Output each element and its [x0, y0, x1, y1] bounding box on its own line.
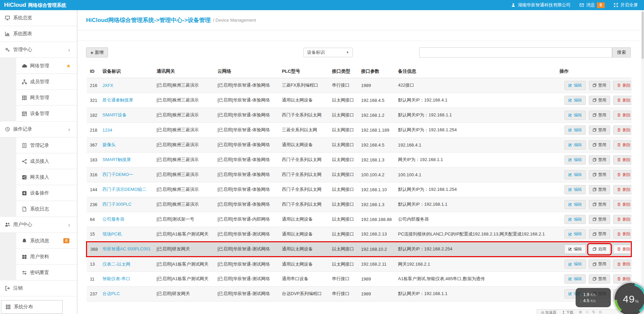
- edit-button[interactable]: 编辑: [564, 96, 586, 105]
- edit-button[interactable]: 编辑: [564, 215, 586, 224]
- fullscreen-toggle[interactable]: 开启全屏: [614, 2, 638, 8]
- edit-button[interactable]: 编辑: [564, 170, 586, 179]
- device-name-link[interactable]: JXFX: [103, 83, 113, 88]
- add-device-button[interactable]: + 新增: [86, 47, 108, 58]
- disable-button[interactable]: 禁用: [589, 126, 610, 135]
- edit-button[interactable]: 编辑: [564, 185, 586, 194]
- interface-type-cell: 以太网接口: [332, 93, 361, 108]
- disable-button[interactable]: 禁用: [589, 170, 610, 179]
- sidebar-item-logout[interactable]: 注销: [0, 281, 77, 296]
- device-name-link[interactable]: 昆仑通泰触摸屏: [103, 97, 133, 103]
- delete-button[interactable]: 删除: [613, 96, 631, 105]
- sidebar-item-system-overview[interactable]: 系统总览: [0, 10, 77, 26]
- device-name-link[interactable]: 仪表二-以太网: [103, 262, 130, 267]
- device-name-link[interactable]: 华辰智通AC 500PLC001: [103, 246, 151, 251]
- device-name-link[interactable]: 西门子DEMO一: [103, 172, 133, 177]
- device-name-link[interactable]: 台达PLC: [103, 291, 120, 296]
- disable-button[interactable]: 禁用: [589, 140, 610, 150]
- edit-button[interactable]: 编辑: [564, 229, 586, 239]
- download-item[interactable]: ↥ 下载: [562, 310, 574, 314]
- sidebar-item-device-mgmt[interactable]: 设备管理: [0, 106, 77, 121]
- sidebar-item-admin-records[interactable]: 管理记录: [0, 137, 77, 153]
- accelerator-item[interactable]: ◎ 加速器: [541, 310, 557, 314]
- remark-cell: 默认网关IP为：192.168.1.254: [398, 182, 560, 197]
- scrollbar-thumb[interactable]: [642, 12, 644, 59]
- enable-button[interactable]: 启用: [589, 245, 610, 254]
- company-account[interactable]: 湖南华辰智通科技有限公司: [511, 2, 571, 8]
- edit-button[interactable]: 编辑: [564, 245, 586, 254]
- sidebar-item-user-profile[interactable]: 用户资料: [0, 249, 77, 265]
- edit-button[interactable]: 编辑: [564, 155, 586, 164]
- delete-button[interactable]: 删除: [613, 111, 631, 120]
- delete-button[interactable]: 删除: [613, 245, 631, 254]
- disable-button[interactable]: 禁用: [589, 81, 610, 90]
- device-name-link[interactable]: 西门子演示DEMO箱二: [103, 187, 147, 192]
- delete-button[interactable]: 删除: [613, 126, 631, 135]
- disable-button[interactable]: 禁用: [589, 274, 610, 284]
- disable-button[interactable]: 禁用: [589, 155, 610, 164]
- edit-button[interactable]: 编辑: [564, 81, 586, 90]
- sidebar-item-system-messages[interactable]: 系统消息0: [0, 233, 77, 249]
- search-button[interactable]: 搜索: [612, 47, 631, 58]
- device-name-link[interactable]: 现场PC机: [103, 231, 122, 237]
- sidebar-item-user-center[interactable]: 用户中心›: [0, 217, 77, 233]
- search-input[interactable]: [419, 47, 612, 58]
- sidebar-item-gateway-mgmt[interactable]: 网关管理: [0, 90, 77, 106]
- device-name-link[interactable]: 摄像头: [103, 142, 116, 147]
- sidebar-item-device-operation[interactable]: 设备操作: [0, 185, 77, 201]
- delete-button[interactable]: 删除: [613, 170, 631, 179]
- edit-button[interactable]: 编辑: [564, 126, 586, 135]
- sidebar-item-network-mgmt[interactable]: 网络管理★: [0, 58, 77, 74]
- sidebar-item-system-log[interactable]: 系统日志: [0, 201, 77, 217]
- sidebar-item-member-mgmt[interactable]: 成员管理: [0, 74, 77, 90]
- row-actions: 编辑禁用删除: [560, 185, 631, 194]
- usage-percent-gauge[interactable]: 49 %: [615, 283, 644, 314]
- edit-button[interactable]: 编辑: [564, 260, 586, 269]
- sidebar-item-gateway-access[interactable]: 网关接入: [0, 169, 77, 185]
- disable-button[interactable]: 禁用: [589, 185, 610, 194]
- remark-cell: 网关IP为：192.168.1.1: [398, 152, 560, 167]
- device-name-link[interactable]: 公司服务器: [103, 217, 125, 222]
- delete-button[interactable]: 删除: [613, 155, 631, 164]
- delete-button[interactable]: 删除: [613, 229, 631, 239]
- edit-button[interactable]: 编辑: [564, 140, 586, 150]
- device-name-link[interactable]: SMART设备: [103, 112, 127, 117]
- sidebar-item-operation-log[interactable]: 操作记录›: [0, 121, 77, 137]
- messages-menu[interactable]: 消息 0: [579, 2, 605, 8]
- delete-button[interactable]: 删除: [613, 260, 631, 269]
- sidebar-item-admin-center[interactable]: 管理中心›: [0, 42, 77, 58]
- sidebar-item-system-distribution[interactable]: 系统分布: [1, 300, 63, 314]
- fullscreen-label: 开启全屏: [620, 2, 638, 8]
- gateway-cell: [已启用]A1栋客户测试网关: [157, 271, 218, 286]
- disable-button[interactable]: 禁用: [589, 96, 610, 105]
- row-actions: 编辑禁用删除: [560, 111, 631, 120]
- disable-button[interactable]: 禁用: [589, 260, 610, 269]
- disable-button[interactable]: 禁用: [589, 215, 610, 224]
- disable-button[interactable]: 禁用: [589, 111, 610, 120]
- remark-cell: 默认网关IP为：192.168.1.1: [398, 108, 560, 122]
- page-scrollbar[interactable]: [641, 10, 644, 314]
- edit-button[interactable]: 编辑: [564, 274, 586, 284]
- device-name-link[interactable]: SMART触摸屏: [103, 157, 131, 162]
- cloud-network-cell: [已启用]华辰智通-体验网络: [218, 167, 282, 182]
- delete-button[interactable]: 删除: [613, 185, 631, 194]
- delete-button[interactable]: 删除: [613, 274, 631, 284]
- device-name-link[interactable]: 智能仪表-串口: [103, 276, 130, 281]
- delete-button[interactable]: 删除: [613, 200, 631, 209]
- delete-button[interactable]: 删除: [613, 140, 631, 150]
- sidebar-item-system-charts[interactable]: 系统图表: [0, 26, 77, 42]
- browser-bar-icons[interactable]: ⊞ ☆ ↻ ⊙: [579, 310, 602, 314]
- gateway-cell: [已启用]株洲三菱演示: [157, 182, 218, 197]
- sidebar-item-password-reset[interactable]: 密码重置: [0, 265, 77, 281]
- sidebar-item-member-access[interactable]: 成员接入: [0, 153, 77, 169]
- device-name-link[interactable]: 西门子300PLC: [103, 202, 132, 207]
- device-name-link[interactable]: 1234: [103, 128, 112, 133]
- disable-button[interactable]: 禁用: [589, 200, 610, 209]
- delete-button[interactable]: 删除: [613, 81, 631, 90]
- disable-button[interactable]: 禁用: [589, 229, 610, 239]
- delete-button[interactable]: 删除: [613, 215, 631, 224]
- plc-model-cell: 西门子全系列以太网: [282, 197, 332, 212]
- device-filter-select[interactable]: 设备标识 ▼: [303, 48, 353, 57]
- edit-button[interactable]: 编辑: [564, 200, 586, 209]
- edit-button[interactable]: 编辑: [564, 111, 586, 120]
